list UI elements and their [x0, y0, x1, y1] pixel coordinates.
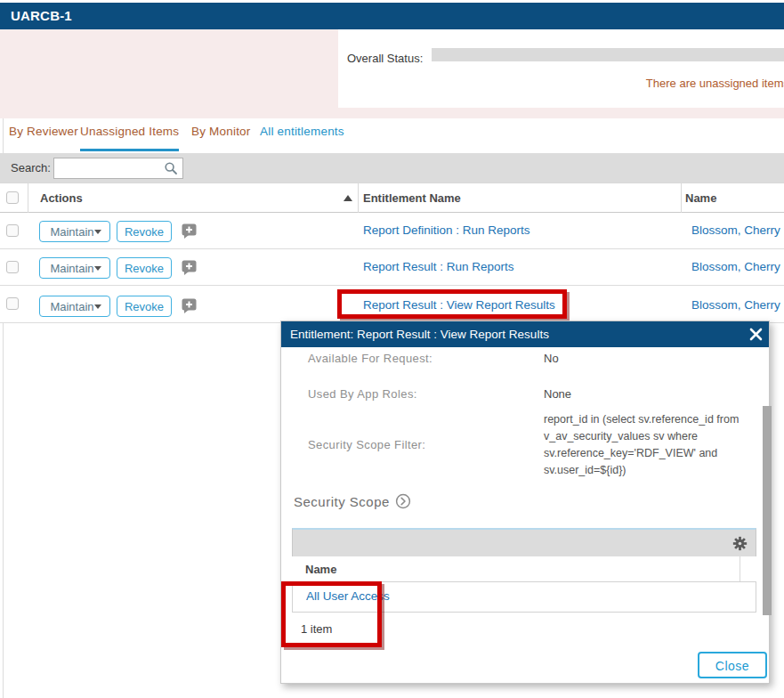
table-row: Maintain Revoke Report Definition : Run … — [0, 213, 784, 249]
annotation-highlight-entitlement — [337, 289, 567, 319]
tab-unassigned-items[interactable]: Unassigned Items — [80, 125, 179, 151]
maintain-label: Maintain — [50, 300, 93, 313]
unassigned-items-warning: There are unassigned items — [646, 77, 784, 90]
search-label: Search: — [11, 161, 51, 174]
row-checkbox[interactable] — [6, 224, 19, 237]
reviewer-name-link[interactable]: Blossom, Cherry — [691, 223, 780, 237]
tab-by-monitor[interactable]: By Monitor — [191, 125, 251, 144]
field-label: Used By App Roles: — [308, 387, 417, 401]
inner-table-header-row: Name — [292, 556, 756, 582]
field-label: Available For Request: — [308, 352, 432, 365]
column-header-name[interactable]: Name — [685, 191, 716, 205]
annotation-highlight-security-scope — [281, 581, 382, 647]
header-divider — [358, 183, 359, 213]
row-checkbox[interactable] — [6, 261, 19, 273]
tab-by-reviewer[interactable]: By Reviewer — [9, 125, 78, 144]
maintain-label: Maintain — [50, 262, 93, 275]
search-input-wrapper — [53, 158, 183, 179]
add-comment-icon[interactable] — [182, 298, 197, 313]
column-header-actions[interactable]: Actions — [40, 191, 83, 205]
maintain-dropdown[interactable]: Maintain — [39, 257, 110, 279]
maintain-label: Maintain — [50, 225, 93, 239]
overall-status-label: Overall Status: — [347, 52, 423, 65]
add-comment-icon[interactable] — [182, 223, 197, 239]
modal-title: Entitlement: Report Result : View Report… — [290, 321, 549, 347]
window-title-bar: UARCB-1 — [0, 3, 784, 29]
entitlement-link[interactable]: Report Definition : Run Reports — [363, 223, 530, 237]
add-comment-icon[interactable] — [182, 260, 197, 275]
search-input[interactable] — [57, 159, 163, 177]
revoke-button[interactable]: Revoke — [117, 296, 172, 317]
overall-status-progressbar — [432, 48, 784, 61]
caret-down-icon — [94, 230, 101, 234]
search-bar: Search: — [0, 153, 784, 183]
security-scope-section-title: Security Scope — [294, 493, 411, 509]
security-scope-filter-value: report_id in (select sv.reference_id fro… — [544, 411, 771, 479]
search-icon[interactable] — [164, 161, 178, 175]
page-title: UARCB-1 — [11, 3, 72, 29]
table-toolbar — [292, 528, 756, 556]
reviewer-name-link[interactable]: Blossom, Cherry — [691, 298, 780, 312]
inner-column-header-name[interactable]: Name — [305, 563, 336, 576]
row-checkbox[interactable] — [6, 297, 19, 310]
caret-down-icon — [94, 304, 101, 309]
reviewer-name-link[interactable]: Blossom, Cherry — [691, 260, 780, 273]
modal-scrollbar-thumb[interactable] — [763, 406, 772, 615]
tab-all-entitlements[interactable]: All entitlements — [260, 125, 344, 144]
modal-header: Entitlement: Report Result : View Report… — [281, 321, 769, 347]
overall-status-panel: Overall Status: There are unassigned ite… — [338, 29, 784, 108]
field-value: None — [544, 387, 571, 401]
security-scope-title-text: Security Scope — [294, 494, 390, 509]
field-value: No — [544, 352, 559, 365]
revoke-button[interactable]: Revoke — [117, 221, 172, 242]
inner-header-divider — [740, 556, 740, 581]
table-header-row: Actions Entitlement Name Name — [0, 183, 784, 213]
close-icon[interactable] — [749, 328, 763, 341]
revoke-button[interactable]: Revoke — [117, 257, 172, 279]
table-row: Maintain Revoke Report Result : Run Repo… — [0, 249, 784, 286]
gear-icon[interactable] — [732, 536, 748, 551]
field-label: Security Scope Filter: — [308, 438, 425, 451]
maintain-dropdown[interactable]: Maintain — [39, 221, 110, 242]
sort-ascending-icon[interactable] — [344, 195, 352, 201]
maintain-dropdown[interactable]: Maintain — [39, 296, 110, 317]
select-all-checkbox[interactable] — [6, 191, 19, 204]
column-header-entitlement-name[interactable]: Entitlement Name — [363, 191, 461, 205]
header-divider — [681, 183, 682, 213]
entitlement-link[interactable]: Report Result : Run Reports — [363, 260, 514, 273]
chevron-circle-icon[interactable] — [395, 493, 411, 509]
close-button[interactable]: Close — [698, 652, 767, 678]
caret-down-icon — [94, 266, 101, 271]
